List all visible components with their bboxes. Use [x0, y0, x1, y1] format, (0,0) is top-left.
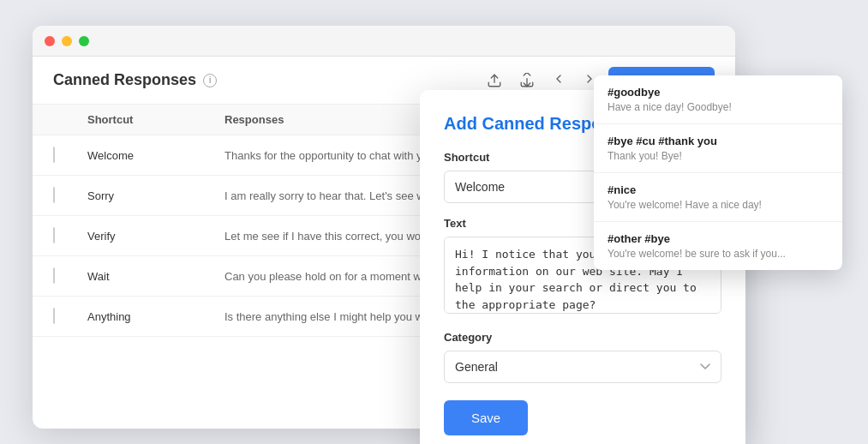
- upload-icon-2[interactable]: [514, 68, 540, 93]
- shortcut-cell: Anything: [87, 310, 224, 323]
- info-icon[interactable]: i: [203, 74, 217, 87]
- back-button[interactable]: [547, 69, 571, 92]
- suggestion-text: Have a nice day! Goodbye!: [608, 101, 829, 113]
- category-select[interactable]: General Sales Support Billing: [444, 351, 721, 383]
- shortcut-cell: Wait: [87, 270, 224, 283]
- upload-icon-1[interactable]: [482, 68, 507, 93]
- row-checkbox[interactable]: [53, 308, 55, 324]
- maximize-button[interactable]: [79, 36, 89, 46]
- shortcut-cell: Verify: [87, 230, 224, 243]
- col-checkbox-header: [53, 113, 87, 126]
- suggestion-shortcut: #bye #cu #thank you: [608, 135, 829, 147]
- shortcut-cell: Welcome: [87, 149, 224, 162]
- suggestion-shortcut: #goodbye: [608, 86, 829, 99]
- suggestion-item[interactable]: #goodbye Have a nice day! Goodbye!: [594, 75, 842, 124]
- row-checkbox[interactable]: [53, 187, 55, 203]
- row-checkbox[interactable]: [53, 227, 55, 243]
- suggestion-text: You're welcome! be sure to ask if you...: [608, 248, 829, 260]
- page-title: Canned Responses: [53, 71, 196, 89]
- app-title: Canned Responses i: [53, 71, 217, 89]
- suggestions-panel: #goodbye Have a nice day! Goodbye! #bye …: [594, 75, 842, 270]
- shortcut-cell: Sorry: [87, 189, 224, 202]
- browser-titlebar: [33, 26, 735, 57]
- category-label: Category: [444, 331, 721, 344]
- suggestion-item[interactable]: #other #bye You're welcome! be sure to a…: [594, 222, 842, 270]
- suggestion-text: Thank you! Bye!: [608, 150, 829, 162]
- row-checkbox[interactable]: [53, 267, 55, 284]
- row-checkbox[interactable]: [53, 147, 55, 163]
- col-shortcut-header: Shortcut: [87, 113, 224, 126]
- close-button[interactable]: [45, 36, 55, 46]
- suggestion-item[interactable]: #nice You're welcome! Have a nice day!: [594, 173, 842, 222]
- suggestion-shortcut: #nice: [608, 183, 829, 196]
- suggestion-shortcut: #other #bye: [608, 232, 829, 245]
- minimize-button[interactable]: [62, 36, 72, 46]
- save-button[interactable]: Save: [444, 400, 528, 435]
- suggestion-item[interactable]: #bye #cu #thank you Thank you! Bye!: [594, 124, 842, 173]
- suggestion-text: You're welcome! Have a nice day!: [608, 199, 829, 211]
